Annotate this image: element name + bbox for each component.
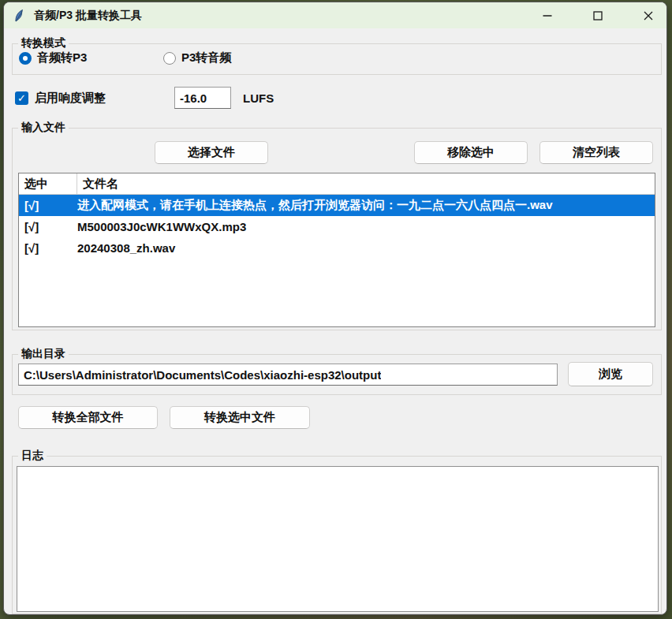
convert-all-button-label: 转换全部文件 bbox=[53, 410, 124, 425]
row-filename-cell: 20240308_zh.wav bbox=[77, 241, 655, 255]
table-row[interactable]: [√] 20240308_zh.wav bbox=[19, 237, 655, 259]
log-group-label: 日志 bbox=[18, 449, 47, 463]
lufs-input[interactable]: -16.0 bbox=[174, 87, 231, 109]
convert-selected-button-label: 转换选中文件 bbox=[204, 410, 275, 425]
window-title: 音频/P3 批量转换工具 bbox=[34, 9, 142, 23]
radio-p3-to-audio[interactable]: P3转音频 bbox=[163, 50, 231, 65]
row-checked-cell: [√] bbox=[19, 241, 77, 255]
input-files-group-label: 输入文件 bbox=[18, 121, 69, 135]
radio-audio-to-p3[interactable]: 音频转P3 bbox=[19, 50, 87, 65]
column-header-selected[interactable]: 选中 bbox=[19, 173, 77, 194]
clear-list-button[interactable]: 清空列表 bbox=[539, 141, 653, 164]
table-row[interactable]: [√] 进入配网模式，请在手机上连接热点，然后打开浏览器访问：一九二点一六八点四… bbox=[19, 195, 655, 216]
convert-all-button[interactable]: 转换全部文件 bbox=[18, 406, 158, 429]
radio-p3-to-audio-label: P3转音频 bbox=[181, 50, 231, 65]
row-checked-cell: [√] bbox=[19, 220, 77, 233]
select-files-button[interactable]: 选择文件 bbox=[155, 141, 268, 164]
select-files-button-label: 选择文件 bbox=[188, 145, 235, 160]
browse-button-label: 浏览 bbox=[599, 367, 622, 382]
maximize-button[interactable] bbox=[580, 2, 616, 28]
minimize-button[interactable] bbox=[529, 2, 566, 28]
output-dir-group-label: 输出目录 bbox=[18, 347, 69, 361]
browse-button[interactable]: 浏览 bbox=[568, 362, 653, 386]
lufs-unit-label: LUFS bbox=[243, 91, 274, 105]
row-filename-cell: M500003J0cWK1WWxQX.mp3 bbox=[77, 220, 655, 233]
lufs-value: -16.0 bbox=[180, 91, 207, 105]
row-checked-cell: [√] bbox=[19, 199, 77, 212]
loudness-checkbox-label: 启用响度调整 bbox=[35, 91, 106, 106]
output-path-value: C:\Users\Administrator\Documents\Codes\x… bbox=[24, 368, 381, 382]
column-header-filename[interactable]: 文件名 bbox=[77, 173, 655, 194]
file-list-header: 选中 文件名 bbox=[19, 173, 655, 195]
clear-list-button-label: 清空列表 bbox=[573, 145, 620, 160]
row-filename-cell: 进入配网模式，请在手机上连接热点，然后打开浏览器访问：一九二点一六八点四点一.w… bbox=[77, 198, 655, 213]
remove-selected-button[interactable]: 移除选中 bbox=[414, 141, 528, 164]
convert-selected-button[interactable]: 转换选中文件 bbox=[170, 406, 310, 429]
title-bar: 音频/P3 批量转换工具 bbox=[4, 2, 666, 28]
file-list-table: 选中 文件名 [√] 进入配网模式，请在手机上连接热点，然后打开浏览器访问：一九… bbox=[18, 173, 655, 327]
python-feather-icon bbox=[13, 9, 27, 23]
remove-selected-button-label: 移除选中 bbox=[447, 145, 495, 160]
loudness-checkbox[interactable]: ✓ bbox=[15, 91, 28, 105]
maximize-icon bbox=[593, 11, 603, 21]
mode-group: 转换模式 音频转P3 P3转音频 bbox=[12, 43, 662, 75]
table-row[interactable]: [√] M500003J0cWK1WWxQX.mp3 bbox=[19, 216, 655, 237]
log-textarea[interactable] bbox=[17, 466, 659, 612]
app-window: 音频/P3 批量转换工具 转换模式 音频转P3 P3转音频 ✓ 启用响度调整 bbox=[3, 2, 667, 615]
minimize-icon bbox=[543, 11, 552, 21]
close-button[interactable] bbox=[630, 2, 666, 28]
loudness-row: ✓ 启用响度调整 bbox=[15, 91, 106, 106]
output-path-input[interactable]: C:\Users\Administrator\Documents\Codes\x… bbox=[18, 364, 558, 386]
radio-off-icon bbox=[163, 52, 176, 65]
mode-group-label: 转换模式 bbox=[18, 36, 69, 50]
radio-on-icon bbox=[19, 52, 32, 65]
close-icon bbox=[644, 11, 653, 21]
radio-audio-to-p3-label: 音频转P3 bbox=[37, 50, 87, 65]
